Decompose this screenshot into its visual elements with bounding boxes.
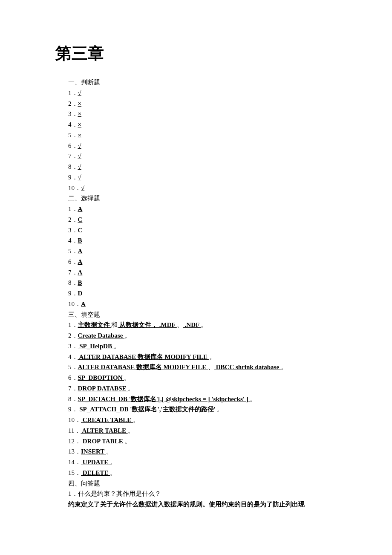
item-number: 1． xyxy=(68,90,78,96)
judge-list: 1．√2．×3．×4．×5．×6．√7．√8．√9．√10．√ xyxy=(68,88,337,194)
item-number: 15． xyxy=(68,469,81,476)
item-answer: A xyxy=(78,248,83,254)
item-answer: × xyxy=(78,121,82,128)
fill-answer: ALTER DATABASE 数据库名 MODIFY FILE xyxy=(78,353,209,360)
chapter-title: 第三章 xyxy=(55,43,337,64)
fill-answer: ALTER TABLE xyxy=(81,427,127,434)
fill-answer: DROP TABLE xyxy=(81,438,124,445)
item-answer: A xyxy=(78,258,83,265)
fill-text: 。 xyxy=(110,469,116,476)
fill-item: 6．SP_DBOPTION 。 xyxy=(68,373,337,383)
item-number: 6． xyxy=(68,374,78,381)
fill-answer: DBCC shrink database xyxy=(214,364,281,370)
qa-answer-1: 约束定义了关于允许什么数据进入数据库的规则。使用约束的目的是为了防止列出现 xyxy=(68,499,337,510)
item-number: 9． xyxy=(68,290,78,297)
item-number: 7． xyxy=(68,269,78,276)
judge-item: 5．× xyxy=(68,130,337,141)
choice-item: 7．A xyxy=(68,267,337,278)
item-number: 5． xyxy=(68,364,78,370)
item-number: 5． xyxy=(68,248,78,254)
qa-question-1: 1．什么是约束？其作用是什么？ xyxy=(68,489,337,499)
item-answer: √ xyxy=(78,174,81,181)
item-answer: × xyxy=(78,100,82,107)
item-number: 3． xyxy=(68,343,78,350)
item-answer: D xyxy=(78,290,83,297)
fill-item: 10． CREATE TABLE 。 xyxy=(68,415,337,425)
item-number: 9． xyxy=(68,406,78,413)
choice-item: 8．B xyxy=(68,278,337,288)
fill-item: 12． DROP TABLE 。 xyxy=(68,436,337,447)
fill-text: 。 xyxy=(201,321,207,328)
item-number: 7． xyxy=(68,153,78,159)
fill-answer: ALTER DATABASE 数据库名 MODIFY FILE xyxy=(78,364,208,370)
item-answer: B xyxy=(78,279,82,286)
fill-text: 、 xyxy=(177,321,183,328)
section-qa-header: 四、问答题 xyxy=(68,478,337,489)
fill-answer: 从数据文件， .MDF xyxy=(118,321,177,328)
fill-answer: .NDF xyxy=(183,321,201,328)
fill-text: 。 xyxy=(124,374,130,381)
item-number: 2． xyxy=(68,216,78,223)
item-answer: C xyxy=(78,227,83,234)
choice-item: 5．A xyxy=(68,246,337,257)
item-number: 8． xyxy=(68,396,78,402)
fill-item: 1．主数据文件 和 从数据文件， .MDF 、 .NDF 。 xyxy=(68,320,337,330)
section-fill-header: 三、填空题 xyxy=(68,309,337,320)
item-answer: A xyxy=(78,205,83,212)
fill-item: 9． SP_ATTACH_DB '数据库名','主数据文件的路径' 。 xyxy=(68,404,337,415)
item-answer: B xyxy=(78,237,82,244)
item-number: 5． xyxy=(68,132,78,139)
item-answer: A xyxy=(81,301,86,307)
judge-item: 9．√ xyxy=(68,172,337,183)
choice-item: 9．D xyxy=(68,288,337,299)
fill-item: 13．INSERT 。 xyxy=(68,446,337,457)
fill-answer: Create Database xyxy=(78,332,125,339)
item-number: 10． xyxy=(68,301,81,307)
item-number: 10． xyxy=(68,185,81,191)
judge-item: 6．√ xyxy=(68,141,337,151)
content-body: 一、判断题 1．√2．×3．×4．×5．×6．√7．√8．√9．√10．√ 二、… xyxy=(55,77,337,510)
fill-item: 8．SP_DETACH_DB '数据库名'[,[ @skipchecks = ]… xyxy=(68,394,337,405)
item-answer: √ xyxy=(78,153,81,159)
fill-item: 5．ALTER DATABASE 数据库名 MODIFY FILE 、 DBCC… xyxy=(68,362,337,373)
choice-item: 3．C xyxy=(68,225,337,236)
item-answer: √ xyxy=(78,163,81,170)
fill-text: 。 xyxy=(128,427,134,434)
item-number: 10． xyxy=(68,416,81,423)
fill-answer: SP_DBOPTION xyxy=(78,374,124,381)
fill-item: 14． UPDATE 。 xyxy=(68,457,337,468)
judge-item: 7．√ xyxy=(68,151,337,162)
judge-item: 4．× xyxy=(68,119,337,130)
qa-number: 1． xyxy=(68,490,78,497)
fill-answer: 主数据文件 xyxy=(78,321,112,328)
item-answer: √ xyxy=(78,142,81,149)
fill-text: 。 xyxy=(106,448,112,455)
item-number: 11． xyxy=(68,427,81,434)
judge-item: 3．× xyxy=(68,109,337,119)
item-number: 1． xyxy=(68,321,78,328)
fill-answer: UPDATE xyxy=(81,459,110,465)
fill-text: 。 xyxy=(250,396,256,402)
judge-item: 10．√ xyxy=(68,183,337,194)
item-number: 4． xyxy=(68,237,78,244)
choice-item: 1．A xyxy=(68,204,337,214)
judge-item: 2．× xyxy=(68,98,337,109)
fill-answer: DELETE xyxy=(81,469,110,476)
item-answer: C xyxy=(78,216,83,223)
item-number: 4． xyxy=(68,121,78,128)
item-number: 8． xyxy=(68,163,78,170)
fill-list: 1．主数据文件 和 从数据文件， .MDF 、 .NDF 。2．Create D… xyxy=(68,320,337,478)
fill-text: 。 xyxy=(133,416,139,423)
item-answer: × xyxy=(78,110,82,117)
fill-text: 。 xyxy=(124,332,131,339)
fill-text: 。 xyxy=(128,385,134,392)
fill-answer: CREATE TABLE xyxy=(81,416,133,423)
qa-question-text: 什么是约束？其作用是什么？ xyxy=(78,490,161,497)
item-number: 12． xyxy=(68,438,81,445)
item-answer: A xyxy=(78,269,83,276)
fill-text: 。 xyxy=(124,438,131,445)
section-judge-header: 一、判断题 xyxy=(68,77,337,88)
item-number: 1． xyxy=(68,205,78,212)
judge-item: 8．√ xyxy=(68,162,337,172)
item-number: 7． xyxy=(68,385,78,392)
